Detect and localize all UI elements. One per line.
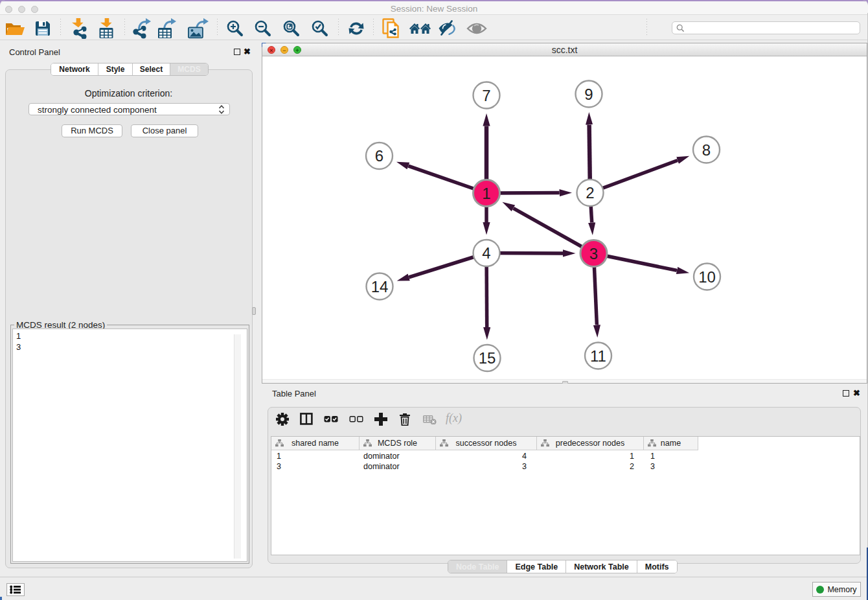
svg-text:15: 15 bbox=[479, 349, 496, 367]
svg-text:7: 7 bbox=[482, 87, 490, 104]
svg-text:1: 1 bbox=[482, 185, 490, 202]
svg-text:14: 14 bbox=[371, 278, 389, 295]
svg-text:10: 10 bbox=[698, 268, 716, 286]
svg-text:2: 2 bbox=[586, 184, 594, 202]
svg-text:6: 6 bbox=[375, 147, 383, 165]
svg-text:9: 9 bbox=[584, 86, 593, 103]
svg-text:f(x): f(x) bbox=[446, 412, 462, 425]
svg-text:3: 3 bbox=[589, 245, 598, 262]
svg-text:11: 11 bbox=[590, 347, 606, 365]
svg-text:8: 8 bbox=[702, 141, 711, 159]
svg-text:4: 4 bbox=[482, 244, 490, 262]
